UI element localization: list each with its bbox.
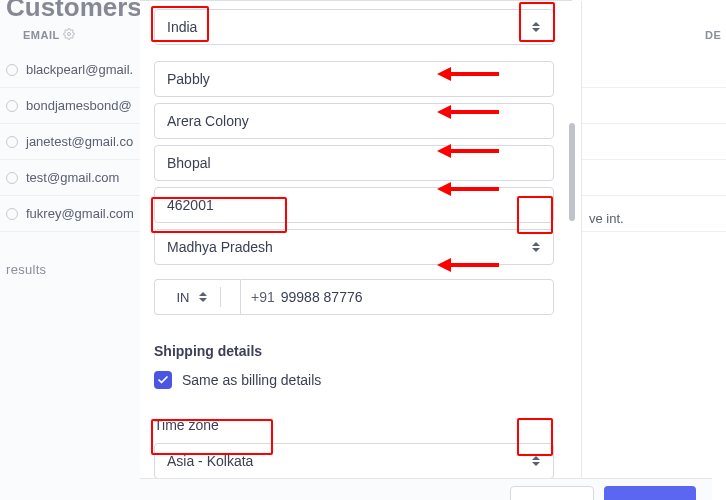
annotation-arrow [437, 182, 499, 196]
submit-button[interactable] [604, 486, 696, 500]
page-title: Customers [6, 0, 142, 23]
phone-country-code-select[interactable]: IN [154, 279, 240, 315]
annotation-arrow [437, 144, 499, 158]
phone-field: IN +91 99988 87776 [154, 279, 554, 315]
state-value: Madhya Pradesh [167, 239, 273, 255]
row-select-radio[interactable] [6, 100, 18, 112]
modal-footer [140, 478, 712, 500]
annotation-highlight [151, 197, 287, 233]
annotation-highlight [517, 196, 553, 234]
results-text: results [6, 262, 46, 277]
row-email: blackpearl@gmail. [26, 62, 133, 77]
country-select[interactable]: India [154, 9, 554, 45]
city-value: Bhopal [167, 155, 211, 171]
chevron-updown-icon [196, 289, 210, 305]
chevron-updown-icon [529, 239, 543, 255]
svg-point-0 [68, 33, 71, 36]
row-email: bondjamesbond@ [26, 98, 132, 113]
row-select-radio[interactable] [6, 64, 18, 76]
annotation-highlight [517, 418, 553, 456]
row-email: test@gmail.com [26, 170, 119, 185]
row-select-radio[interactable] [6, 172, 18, 184]
cancel-button[interactable] [510, 486, 594, 500]
timezone-value: Asia - Kolkata [167, 453, 253, 469]
same-as-billing-checkbox[interactable] [154, 371, 172, 389]
annotation-arrow [437, 105, 499, 119]
column-header-right: DE [705, 29, 721, 41]
shipping-section-title: Shipping details [154, 343, 558, 359]
same-as-billing-row: Same as billing details [154, 371, 558, 389]
annotation-highlight [151, 419, 273, 455]
row-email: fukrey@gmail.com [26, 206, 134, 221]
phone-number: 99988 87776 [281, 289, 363, 305]
scrollbar[interactable] [569, 123, 575, 221]
annotation-highlight [151, 6, 209, 42]
address-value: Arera Colony [167, 113, 249, 129]
annotation-arrow [437, 258, 499, 272]
bg-plan-text: ve int. [589, 211, 624, 226]
annotation-highlight [519, 2, 555, 42]
phone-prefix: +91 [251, 289, 275, 305]
gear-icon[interactable] [63, 28, 75, 43]
phone-cc-code: IN [177, 290, 190, 305]
row-select-radio[interactable] [6, 208, 18, 220]
annotation-arrow [437, 67, 499, 81]
row-email: janetest@gmail.co [26, 134, 133, 149]
column-header-email: EMAIL [23, 29, 60, 41]
phone-input[interactable]: +91 99988 87776 [240, 279, 554, 315]
modal-right-edge [572, 1, 582, 479]
same-as-billing-label: Same as billing details [182, 372, 321, 388]
row-select-radio[interactable] [6, 136, 18, 148]
company-value: Pabbly [167, 71, 210, 87]
